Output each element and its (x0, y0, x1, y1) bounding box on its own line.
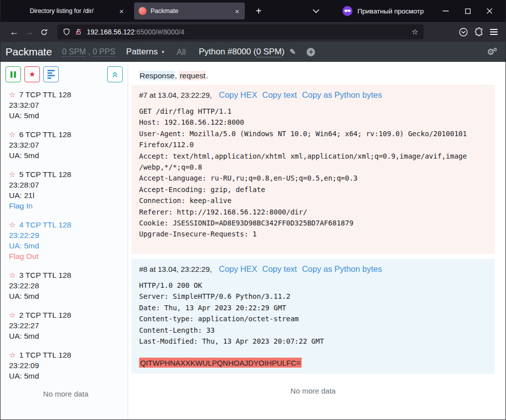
pps-stat: 0 PPS (93, 47, 115, 57)
list-view-button[interactable] (43, 66, 59, 82)
stream-user-agent: UA: 21l (9, 190, 123, 201)
legend-response: Response (139, 71, 175, 80)
filter-all[interactable]: All (176, 47, 185, 57)
stream-title-row: ☆2 TCP TTL 128 (9, 310, 123, 320)
packet-list: #7 at 13.04, 23:22:29,Copy HEXCopy textC… (132, 85, 495, 374)
app-brand[interactable]: Packmate (5, 46, 52, 58)
favorite-star-icon[interactable]: ☆ (9, 219, 15, 230)
scroll-top-button[interactable] (107, 66, 123, 82)
stream-sidebar: ★ ☆7 TCP TTL 12823:32:07UA: 5md☆6 TCP TT… (0, 62, 128, 420)
close-icon[interactable]: × (118, 7, 125, 15)
packet-header: #8 at 13.04, 23:22:29,Copy HEXCopy textC… (139, 264, 487, 274)
tab-packmate[interactable]: Packmate × (134, 2, 245, 19)
stream-label: 3 TCP TTL 128 (19, 270, 71, 280)
app-header: Packmate 0 SPM , 0 PPS Patterns ▼ All Py… (0, 42, 506, 62)
stream-user-agent: UA: 5md (9, 331, 123, 341)
stream-item[interactable]: ☆4 TCP TTL 12823:22:29UA: 5mdFlag Out (9, 219, 123, 261)
settings-gears-icon[interactable]: ⚙⚙ (487, 47, 498, 56)
favorite-star-icon[interactable]: ☆ (9, 310, 15, 320)
stream-item[interactable]: ☆5 TCP TTL 12823:28:07UA: 21lFlag In (9, 169, 123, 211)
stream-title-row: ☆7 TCP TTL 128 (9, 89, 123, 100)
stream-item[interactable]: ☆1 TCP TTL 12823:22:09UA: 5md (9, 350, 123, 381)
stream-label: 6 TCP TTL 128 (19, 129, 71, 140)
spm-stat: 0 SPM (62, 47, 86, 57)
flag-row: QITWPHNAXXKWULPQNHOAJDYOIHPULFC= (139, 358, 487, 368)
app-content: ★ ☆7 TCP TTL 12823:32:07UA: 5md☆6 TCP TT… (0, 62, 506, 420)
tab-title: Packmate (151, 7, 230, 14)
favorite-star-icon[interactable]: ☆ (9, 350, 15, 360)
packet-body: HTTP/1.0 200 OK Server: SimpleHTTP/0.6 P… (139, 280, 487, 347)
flag-match-highlight: QITWPHNAXXKWULPQNHOAJDYOIHPULFC= (139, 358, 302, 368)
extensions-puzzle-icon[interactable] (475, 27, 484, 36)
maximize-button[interactable] (457, 2, 479, 19)
forward-button[interactable]: → (21, 24, 36, 39)
stream-label: 1 TCP TTL 128 (19, 350, 71, 360)
stream-item[interactable]: ☆6 TCP TTL 12823:32:07UA: 5md (9, 129, 123, 161)
favorite-star-icon[interactable]: ☆ (9, 270, 15, 280)
packet-card-request: #7 at 13.04, 23:22:29,Copy HEXCopy textC… (132, 85, 495, 254)
patterns-dropdown[interactable]: Patterns ▼ (126, 47, 166, 57)
packet-header: #7 at 13.04, 23:22:29,Copy HEXCopy textC… (139, 90, 487, 100)
tab-directory-listing[interactable]: Directory listing for /dir/ × (4, 2, 129, 19)
browser-window: Directory listing for /dir/ × Packmate ×… (0, 0, 506, 420)
minimize-button[interactable] (435, 2, 457, 19)
stream-user-agent: UA: 5md (9, 150, 123, 161)
back-button[interactable]: ← (6, 24, 21, 39)
window-close-button[interactable] (479, 2, 501, 19)
close-icon[interactable]: × (234, 7, 240, 15)
copy-hex-link[interactable]: Copy HEX (219, 90, 257, 100)
packet-card-response: #8 at 13.04, 23:22:29,Copy HEXCopy textC… (132, 259, 495, 374)
copy-as-python-bytes-link[interactable]: Copy as Python bytes (302, 264, 382, 274)
tracking-shield-icon (63, 28, 70, 36)
pause-icon (10, 71, 16, 78)
pocket-icon[interactable] (459, 27, 468, 37)
reload-button[interactable] (36, 24, 51, 39)
tab-bar: Directory listing for /dir/ × Packmate ×… (0, 0, 506, 22)
menu-hamburger-icon[interactable] (490, 29, 498, 35)
list-all-tabs-chevron-icon[interactable] (313, 9, 320, 13)
copy-as-python-bytes-link[interactable]: Copy as Python bytes (302, 90, 382, 100)
stream-title-row: ☆3 TCP TTL 128 (9, 270, 123, 280)
service-tab-python-8000[interactable]: Python #8000 (0 SPM) (199, 47, 285, 57)
favorite-star-icon[interactable]: ☆ (9, 89, 15, 100)
stream-time: 23:22:27 (9, 320, 123, 331)
packet-body: GET /dir/flag HTTP/1.1 Host: 192.168.56.… (139, 106, 487, 240)
stream-item[interactable]: ☆3 TCP TTL 12823:22:28UA: 5md (9, 270, 123, 301)
copy-text-link[interactable]: Copy text (262, 264, 297, 274)
favorite-star-icon[interactable]: ☆ (9, 169, 15, 180)
private-browsing-badge: Приватный просмотр (342, 6, 424, 16)
edit-pencil-icon[interactable]: ✎ (290, 47, 296, 56)
insecure-lock-icon (75, 28, 82, 36)
stream-title-row: ☆1 TCP TTL 128 (9, 350, 123, 360)
stream-user-agent: UA: 5md (9, 240, 123, 251)
bookmark-star-icon[interactable]: ☆ (412, 27, 418, 36)
stream-title-row: ☆4 TCP TTL 128 (9, 219, 123, 230)
url-bar[interactable]: 192.168.56.122:65000/#/8000/4 ☆ (57, 24, 424, 39)
favorites-filter-button[interactable]: ★ (24, 66, 40, 82)
no-more-data-label: No more data (132, 387, 495, 395)
copy-text-link[interactable]: Copy text (262, 90, 297, 100)
stream-time: 23:28:07 (9, 180, 123, 190)
packet-meta: #7 at 13.04, 23:22:29, (139, 90, 212, 100)
copy-hex-link[interactable]: Copy HEX (219, 264, 257, 274)
tab-title: Directory listing for /dir/ (9, 7, 114, 14)
stream-label: 5 TCP TTL 128 (19, 169, 71, 180)
url-host: 192.168.56.122 (87, 28, 135, 36)
packet-meta: #8 at 13.04, 23:22:29, (139, 264, 212, 274)
private-mask-icon (342, 6, 352, 16)
stream-flag-link[interactable]: Flag In (9, 201, 123, 211)
angles-up-icon (112, 71, 118, 78)
url-text[interactable]: 192.168.56.122:65000/#/8000/4 (87, 28, 184, 36)
stream-time: 23:22:28 (9, 280, 123, 291)
add-service-button[interactable]: + (307, 48, 315, 56)
new-tab-button[interactable]: + (253, 5, 265, 17)
favorite-star-icon[interactable]: ☆ (9, 129, 15, 140)
stream-item[interactable]: ☆2 TCP TTL 12823:22:27UA: 5md (9, 310, 123, 341)
stream-flag-link[interactable]: Flag Out (9, 251, 123, 261)
caret-down-icon: ▼ (161, 50, 165, 54)
stream-time: 23:22:29 (9, 230, 123, 240)
stream-time: 23:22:09 (9, 360, 123, 371)
legend-plain: . (206, 71, 208, 80)
pause-capture-button[interactable] (5, 66, 21, 82)
stream-item[interactable]: ☆7 TCP TTL 12823:32:07UA: 5md (9, 89, 123, 121)
